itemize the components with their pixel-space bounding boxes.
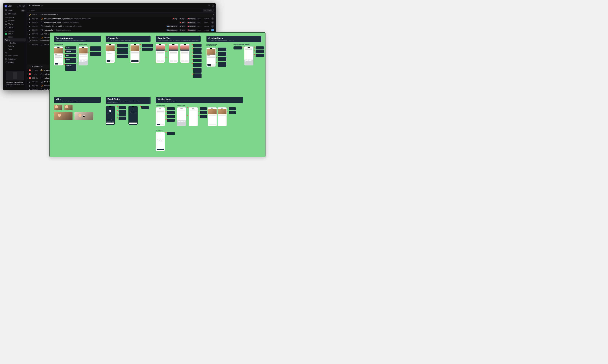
annotation <box>90 46 101 51</box>
annotation <box>193 68 202 73</box>
phone-frame[interactable] <box>189 107 198 126</box>
status-icon[interactable] <box>41 44 43 45</box>
video-frame[interactable] <box>64 105 73 110</box>
annotation <box>90 52 101 56</box>
status-icon[interactable] <box>41 25 43 27</box>
filter-icon[interactable] <box>29 9 31 11</box>
video-frame[interactable] <box>54 105 62 110</box>
sidebar-promo[interactable]: Introducing Linear Mobile The portable c… <box>3 69 27 89</box>
add-issue-button[interactable]: + <box>213 14 214 16</box>
status-icon[interactable] <box>40 69 42 71</box>
video-frame-wide[interactable] <box>54 112 73 120</box>
assignee-avatar[interactable] <box>211 21 214 24</box>
section-header-card: Content Tab The main component of a less… <box>106 36 151 42</box>
label-pill[interactable]: iOS <box>179 29 185 31</box>
status-icon[interactable] <box>41 85 43 87</box>
assignee-avatar[interactable] <box>211 17 214 20</box>
empty-state-text: You don't have any notes yet <box>156 140 165 141</box>
nav-my-issues[interactable]: My issues <box>3 12 27 16</box>
nav-inbox-label: Inbox <box>8 10 13 12</box>
phone-frame[interactable] <box>177 107 186 126</box>
team-ebb[interactable]: Ebb▾ <box>3 32 27 35</box>
assignee-avatar[interactable] <box>211 29 214 31</box>
phone-frame[interactable] <box>130 44 140 63</box>
phone-frame[interactable] <box>218 107 227 126</box>
section-exercise-tab: Exercise Tab Questions to be answered by… <box>156 36 201 78</box>
nav-cycles[interactable]: Cycles <box>3 61 27 64</box>
phone-frame[interactable] <box>180 44 189 63</box>
nav-views[interactable]: Views <box>3 22 27 26</box>
compose-issue-button[interactable] <box>23 5 25 7</box>
assignee-avatar[interactable] <box>211 25 214 27</box>
nav-team-projects[interactable]: Projects <box>3 45 27 48</box>
section-title: Exercise Tab <box>157 37 199 39</box>
nav-invite[interactable]: Invite people <box>3 54 27 57</box>
status-icon[interactable] <box>41 37 43 39</box>
phone-frame[interactable] <box>208 107 217 126</box>
nav-projects[interactable]: Projects <box>3 19 27 22</box>
svg-point-11 <box>212 22 213 23</box>
display-button[interactable]: Display <box>203 9 214 12</box>
column-label: Scroll Example <box>78 44 101 45</box>
notifications-icon[interactable] <box>208 4 210 7</box>
section-teams-header[interactable]: Your teams▾ <box>3 29 27 32</box>
nav-backlog[interactable]: Backlog <box>3 41 27 45</box>
priority-none-icon <box>29 44 31 45</box>
phone-frame[interactable] <box>244 46 253 65</box>
section-workspace-header[interactable]: Workspace▾ <box>3 16 27 19</box>
workspace-switcher[interactable]: e ebb ▾ <box>3 4 27 8</box>
nav-initiatives[interactable]: Initiatives <box>3 57 27 61</box>
filter-label[interactable]: Filter <box>31 9 35 11</box>
group-header-session[interactable]: EBB-61 Session refinements 8 + <box>27 13 216 17</box>
issue-row[interactable]: EBB-63 Action bar bottom padding › Sessi… <box>27 24 216 28</box>
section-finish-states: Finish States The screens a user is pres… <box>106 97 151 125</box>
svg-point-2 <box>6 14 6 14</box>
feedback-question: How did you find this session? <box>106 119 114 120</box>
figma-canvas[interactable]: Session Anatomy A breakdown of how the s… <box>50 32 265 157</box>
phone-frame[interactable] <box>169 44 178 63</box>
status-icon[interactable] <box>40 77 42 79</box>
status-icon[interactable] <box>41 18 43 20</box>
label-pill[interactable]: Improvement <box>166 29 178 31</box>
issue-row[interactable]: EBB-68 Text area hidden when keyboard op… <box>27 17 216 21</box>
phone-frame[interactable] <box>156 44 165 63</box>
label-pill[interactable]: iOS <box>179 18 185 20</box>
label-pill[interactable]: Sessions <box>187 29 196 31</box>
issue-id: EBB-73 <box>32 33 40 35</box>
panel-icon[interactable] <box>212 4 214 7</box>
status-icon[interactable] <box>40 73 42 75</box>
nav-teams[interactable]: Teams <box>3 26 27 29</box>
status-icon[interactable] <box>41 81 43 83</box>
annotation <box>117 44 128 47</box>
status-icon[interactable] <box>41 33 43 35</box>
label-pill[interactable]: Bug <box>179 22 185 24</box>
annotation <box>167 107 175 110</box>
label-pill[interactable]: Sessions <box>187 25 196 27</box>
label-pill[interactable]: iOS <box>179 25 185 27</box>
phone-frame[interactable] <box>78 46 88 65</box>
phone-frame-dark[interactable]: 🏁 Programme Complete How did you find th… <box>129 106 138 125</box>
issue-row[interactable]: EBB-78 Time tagging on notes › Session r… <box>27 21 216 24</box>
section-try-header[interactable]: Try▾ <box>3 51 27 54</box>
label-pill[interactable]: Improvement <box>166 25 178 27</box>
label-pill[interactable]: Bug <box>172 18 178 20</box>
phone-frame[interactable] <box>54 46 63 65</box>
nav-team-views[interactable]: Views <box>3 48 27 51</box>
status-icon[interactable] <box>41 29 43 31</box>
star-icon[interactable] <box>41 4 43 6</box>
status-icon[interactable] <box>41 22 43 23</box>
nav-active[interactable]: Active <box>4 39 26 41</box>
nav-inbox[interactable]: Inbox 45 <box>3 9 27 12</box>
issue-row[interactable]: EBB-74 Note overlay › Session refinement… <box>27 28 216 32</box>
phone-frame[interactable]: You don't have any notes yet <box>156 132 165 151</box>
phone-frame[interactable] <box>156 107 165 126</box>
phone-frame[interactable] <box>106 44 115 63</box>
label-pill[interactable]: Sessions <box>187 22 196 24</box>
video-frame-wide[interactable]: ▶ <box>74 112 93 120</box>
status-icon[interactable] <box>41 89 43 90</box>
label-pill[interactable]: Sessions <box>187 18 196 20</box>
nav-team-issues[interactable]: Issues <box>3 35 27 39</box>
search-icon[interactable] <box>19 5 21 7</box>
phone-frame-dark[interactable]: ✓ Session Complete How did you find this… <box>106 106 115 125</box>
phone-frame[interactable] <box>207 48 216 67</box>
